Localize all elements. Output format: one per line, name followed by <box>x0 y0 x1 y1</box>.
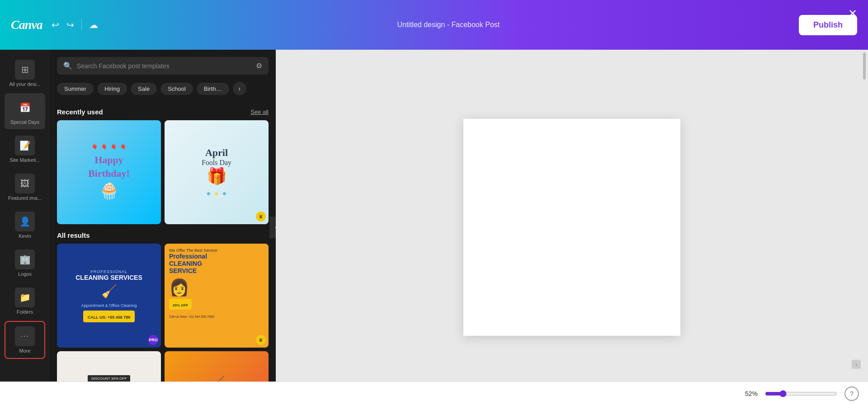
template-birthday[interactable]: 🎈 🎈 🎈 🎈 Happy Birthday! 🧁 <box>57 120 161 224</box>
special-days-icon: 📅 <box>15 98 35 118</box>
cleaning-orange-title3: SERVICE <box>169 267 197 274</box>
sidebar-label-logos: Logos <box>18 271 32 277</box>
pro-badge-cleaning-blue: PRO <box>148 335 158 345</box>
april-card-inner: April Fools Day 🎁 ● ● ● <box>165 120 269 224</box>
birthday-card-inner: 🎈 🎈 🎈 🎈 Happy Birthday! 🧁 <box>57 120 161 224</box>
header-divider <box>81 19 82 30</box>
cleaning-blue-cta: CALL US: +55 456 789 <box>88 315 131 320</box>
cleaning-blue-inner: PROFESSIONAL CLEANING SERVICES 🧹 Appoint… <box>57 244 161 348</box>
cleaning-orange-phone: Call Us Now: +22 444-555-7890 <box>169 315 214 318</box>
template-panel: 🔍 ⚙ Summer Hiring Sale School Birth… › R… <box>50 50 276 405</box>
sidebar-label-more: More <box>19 348 30 353</box>
collapse-panel-arrow[interactable]: ‹ <box>269 217 276 238</box>
search-wrapper: 🔍 ⚙ <box>57 57 269 75</box>
featured-image-icon: 🖼 <box>15 174 35 193</box>
template-april-fools[interactable]: April Fools Day 🎁 ● ● ● ♛ <box>165 120 269 224</box>
premium-badge-cleaning-orange: ♛ <box>256 335 266 345</box>
cleaning-blue-bg: PROFESSIONAL CLEANING SERVICES 🧹 Appoint… <box>57 244 161 348</box>
sidebar-label-featured-image: Featured ima... <box>8 195 42 201</box>
all-designs-icon: ⊞ <box>15 60 35 80</box>
chips-more-button[interactable]: › <box>233 82 246 95</box>
sidebar-label-folders: Folders <box>17 309 33 315</box>
cleaning-orange-title: Professional <box>169 253 207 260</box>
cleaning-orange-person-icon: 👩 <box>169 278 189 297</box>
canvas-paper[interactable] <box>463 119 680 336</box>
cleaning-blue-subtitle: Appointment & Office Cleaning <box>81 303 137 308</box>
sidebar-item-more[interactable]: ··· More <box>5 321 45 359</box>
chip-birth[interactable]: Birth… <box>197 83 229 95</box>
cleaning-orange-title2: CLEANING <box>169 260 202 267</box>
birthday-cupcake-icon: 🧁 <box>99 181 119 200</box>
kevin-icon: 👤 <box>15 212 35 231</box>
see-all-button[interactable]: See all <box>250 108 269 115</box>
april-gift-icon: 🎁 <box>207 167 227 186</box>
help-button[interactable]: ? <box>844 386 859 401</box>
sidebar-item-kevin[interactable]: 👤 Kevin <box>5 207 45 243</box>
sidebar-label-special-days: Special Days <box>10 119 39 125</box>
canvas-vertical-scrollbar[interactable] <box>863 50 866 405</box>
birthday-card-bg: 🎈 🎈 🎈 🎈 Happy Birthday! 🧁 <box>57 120 161 224</box>
cleaning-orange-inner: We Offer The Best Service Professional C… <box>165 244 269 348</box>
zoom-slider[interactable] <box>765 390 837 397</box>
save-button[interactable]: ☁ <box>89 19 98 30</box>
recently-used-section-header: Recently used See all <box>57 108 269 116</box>
realestate-discount-badge: DISCOUNT 30% OFF <box>88 375 130 382</box>
document-title: Untitled design - Facebook Post <box>397 21 500 29</box>
search-bar: 🔍 ⚙ <box>50 50 276 82</box>
template-cleaning-blue[interactable]: PROFESSIONAL CLEANING SERVICES 🧹 Appoint… <box>57 244 161 348</box>
search-input[interactable] <box>77 62 251 70</box>
sidebar-label-all-designs: All your desi... <box>9 81 40 87</box>
bottom-toolbar: 52% ? <box>0 381 868 405</box>
chip-hiring[interactable]: Hiring <box>97 83 127 95</box>
cleaning-blue-title: CLEANING SERVICES <box>75 274 142 281</box>
folders-icon: 📁 <box>15 287 35 307</box>
april-subtitle: Fools Day <box>202 159 231 167</box>
premium-badge-april: ♛ <box>256 212 266 221</box>
sidebar-item-special-days[interactable]: 📅 Special Days <box>5 93 45 129</box>
all-results-title: All results <box>57 231 90 239</box>
zoom-percentage: 52% <box>745 390 758 397</box>
april-title: April <box>205 147 228 159</box>
chip-school[interactable]: School <box>160 83 193 95</box>
chip-sale[interactable]: Sale <box>131 83 157 95</box>
sidebar-label-site-marketing: Site Marketi... <box>9 157 40 163</box>
template-scroll-area: Recently used See all 🎈 🎈 🎈 🎈 <box>50 101 276 405</box>
filter-icon[interactable]: ⚙ <box>256 61 262 70</box>
undo-button[interactable]: ↩ <box>52 19 59 30</box>
icon-sidebar: ⊞ All your desi... 📅 Special Days 📝 Site… <box>0 50 50 405</box>
logos-icon: 🏢 <box>15 250 35 269</box>
filter-chips: Summer Hiring Sale School Birth… › <box>50 82 276 101</box>
expand-right-button[interactable]: › <box>852 360 861 369</box>
search-icon: 🔍 <box>63 61 72 70</box>
chip-summer[interactable]: Summer <box>57 83 94 95</box>
sidebar-item-site-marketing[interactable]: 📝 Site Marketi... <box>5 131 45 167</box>
site-marketing-icon: 📝 <box>15 136 35 155</box>
sidebar-item-all-designs[interactable]: ⊞ All your desi... <box>5 55 45 91</box>
cleaning-orange-top: We Offer The Best Service <box>169 248 217 253</box>
cleaning-orange-bg: We Offer The Best Service Professional C… <box>165 244 269 348</box>
birthday-title: Happy <box>94 154 123 166</box>
more-icon: ··· <box>15 326 35 346</box>
scrollbar-thumb-v <box>863 52 866 80</box>
cleaning-blue-icon: 🧹 <box>101 284 117 299</box>
template-cleaning-orange[interactable]: We Offer The Best Service Professional C… <box>165 244 269 348</box>
recently-used-grid: 🎈 🎈 🎈 🎈 Happy Birthday! 🧁 <box>57 120 269 224</box>
sidebar-item-logos[interactable]: 🏢 Logos <box>5 245 45 281</box>
all-results-section-header: All results <box>57 231 269 239</box>
canvas-area: › <box>276 50 868 405</box>
sidebar-item-folders[interactable]: 📁 Folders <box>5 283 45 319</box>
header: Canva ↩ ↪ ☁ Untitled design - Facebook P… <box>0 0 868 50</box>
sidebar-label-kevin: Kevin <box>19 233 31 239</box>
birthday-title2: Birthday! <box>88 168 130 179</box>
all-results-grid: PROFESSIONAL CLEANING SERVICES 🧹 Appoint… <box>57 244 269 405</box>
canva-logo: Canva <box>11 18 42 32</box>
close-button[interactable]: ✕ <box>848 7 857 20</box>
recently-used-title: Recently used <box>57 108 103 116</box>
cleaning-professional-label: PROFESSIONAL <box>90 269 127 274</box>
sidebar-item-featured-image[interactable]: 🖼 Featured ima... <box>5 169 45 205</box>
cleaning-orange-discount: 20% OFF <box>173 303 188 307</box>
main-container: ⊞ All your desi... 📅 Special Days 📝 Site… <box>0 50 868 405</box>
april-card-bg: April Fools Day 🎁 ● ● ● <box>165 120 269 224</box>
redo-button[interactable]: ↪ <box>66 19 74 30</box>
